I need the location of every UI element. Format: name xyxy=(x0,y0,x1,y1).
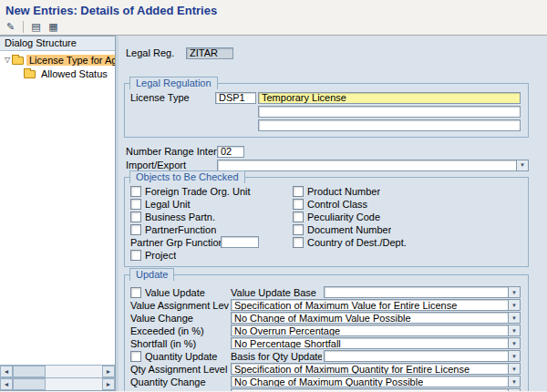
combo-exceeded-in-field[interactable]: ▼ xyxy=(231,388,521,391)
dropdown-icon[interactable]: ▼ xyxy=(508,313,520,323)
scroll-left-button[interactable]: ◄ xyxy=(0,378,13,390)
license-type-code-field[interactable]: DSP1 xyxy=(215,92,256,104)
checkbox-label: Control Class xyxy=(307,199,367,210)
combo-qty-assignment-level-field[interactable]: Specification of Maximum Quantity for En… xyxy=(231,363,521,375)
checkbox-document-number[interactable] xyxy=(293,224,304,235)
copy-entry-icon[interactable]: ▤ xyxy=(28,19,44,34)
scrollbar-thumb[interactable] xyxy=(13,378,46,390)
objects-right-cell: Peculiarity Code xyxy=(293,211,522,222)
import-export-field[interactable]: ▼ xyxy=(217,160,529,171)
dropdown-icon[interactable]: ▼ xyxy=(508,338,520,348)
license-extra-field-1[interactable] xyxy=(258,106,521,118)
license-type-text-field[interactable]: Temporary License xyxy=(258,92,521,104)
combo-value-change-field[interactable]: No Change of Maximum Value Possible▼ xyxy=(231,312,521,324)
dropdown-icon[interactable]: ▼ xyxy=(508,325,520,335)
checkbox-label: Foreign Trade Org. Unit xyxy=(145,186,251,197)
checkbox-peculiarity-code[interactable] xyxy=(293,211,304,222)
tree-item-license-type-for-agreeme[interactable]: ▽License Type for Agreeme xyxy=(0,53,115,67)
checkbox-quantity-update[interactable] xyxy=(130,351,141,362)
field-label: Value Update Base xyxy=(231,287,322,298)
import-export-label: Import/Export xyxy=(126,160,217,170)
update-row: Quantity ChangeNo Change of Maximum Quan… xyxy=(130,376,522,387)
update-row: Quantity UpdateBasis for Qty Update▼ xyxy=(130,350,522,362)
partner-grp-functions-field[interactable] xyxy=(221,236,259,248)
field-label: Partner Grp Functions xyxy=(130,237,221,248)
legal-regulation-group-title: Legal Regulation xyxy=(129,77,218,89)
tree-h-scrollbar[interactable]: ◄ ► xyxy=(0,365,115,377)
dropdown-icon[interactable]: ▼ xyxy=(508,364,520,374)
details-form: Legal Reg. ZITAR Legal Regulation Licens… xyxy=(119,36,547,391)
scroll-right-button[interactable]: ► xyxy=(102,378,115,390)
checkbox-country-of-dest-dept[interactable] xyxy=(293,237,304,248)
checkbox-foreign-trade-org-unit[interactable] xyxy=(130,186,141,197)
tree-item-label: Allowed Status xyxy=(38,68,110,79)
update-group: Update Value UpdateValue Update Base▼Val… xyxy=(124,274,529,391)
field-value: No Change of Maximum Quantity Possible xyxy=(234,377,423,387)
tree-item-allowed-status[interactable]: Allowed Status xyxy=(0,67,115,80)
number-range-field[interactable]: 02 xyxy=(217,146,244,158)
field-label: Exceeded (in %) xyxy=(130,389,229,392)
legal-reg-field[interactable]: ZITAR xyxy=(186,47,233,59)
checkbox-partnerfunction[interactable] xyxy=(130,224,141,235)
checkbox-label: Project xyxy=(145,250,176,261)
combo-shortfall-in-field[interactable]: No Percentage Shortfall▼ xyxy=(231,337,521,349)
update-row: Qty Assignment LevelSpecification of Max… xyxy=(130,363,522,375)
objects-right-cell: Country of Dest./Dept. xyxy=(293,237,522,248)
dropdown-icon[interactable]: ▼ xyxy=(508,287,520,297)
license-extra-field-2[interactable] xyxy=(258,119,521,131)
update-checkbox-cell: Quantity Update xyxy=(130,351,229,362)
folder-icon xyxy=(12,57,24,65)
license-type-label: License Type xyxy=(130,92,215,103)
panel-h-scrollbar[interactable]: ◄ ► xyxy=(0,377,115,390)
checkbox-value-update[interactable] xyxy=(130,287,141,298)
combo-exceeded-in-field[interactable]: No Overrun Percentage▼ xyxy=(231,325,521,336)
dropdown-icon[interactable]: ▼ xyxy=(508,351,520,361)
license-type-row: License Type DSP1 Temporary License xyxy=(130,91,522,104)
checkbox-business-partn[interactable] xyxy=(130,211,141,222)
checkbox-legal-unit[interactable] xyxy=(130,199,141,210)
checkbox-product-number[interactable] xyxy=(293,186,304,197)
dialog-structure-panel: Dialog Structure ▽License Type for Agree… xyxy=(0,36,116,391)
update-checkbox-cell: Value Update xyxy=(130,287,229,298)
scrollbar-thumb[interactable] xyxy=(13,366,46,377)
combo-value-assignment-level-field[interactable]: Specification of Maximum Value for Entir… xyxy=(231,299,521,311)
objects-rows: Foreign Trade Org. UnitProduct NumberLeg… xyxy=(130,185,522,261)
scroll-left-button[interactable]: ◄ xyxy=(0,366,13,377)
legal-regulation-group: Legal Regulation License Type DSP1 Tempo… xyxy=(124,83,529,138)
update-row: Exceeded (in %)▼ xyxy=(130,388,522,391)
dropdown-icon[interactable]: ▼ xyxy=(508,377,520,387)
dropdown-icon[interactable]: ▼ xyxy=(508,300,520,310)
checkbox-label: Country of Dest./Dept. xyxy=(307,237,407,248)
combo-quantity-change-field[interactable]: No Change of Maximum Quantity Possible▼ xyxy=(231,376,521,387)
field-value: No Change of Maximum Value Possible xyxy=(234,313,411,324)
field-label: Qty Assignment Level xyxy=(130,364,229,375)
combo-value-update-base-field[interactable]: ▼ xyxy=(324,286,521,298)
update-row: Exceeded (in %)No Overrun Percentage▼ xyxy=(130,325,522,336)
field-label: Exceeded (in %) xyxy=(130,325,229,336)
objects-row: PartnerFunctionDocument Number xyxy=(130,223,522,235)
checkbox-project[interactable] xyxy=(130,250,141,261)
checkbox-control-class[interactable] xyxy=(293,199,304,210)
list-view-icon[interactable]: ▦ xyxy=(46,19,61,34)
scroll-right-button[interactable]: ► xyxy=(102,366,115,377)
objects-row: Foreign Trade Org. UnitProduct Number xyxy=(130,185,522,197)
expander-icon[interactable]: ▽ xyxy=(3,56,12,64)
objects-row: Partner Grp FunctionsCountry of Dest./De… xyxy=(130,236,522,248)
scrollbar-track[interactable] xyxy=(13,378,102,390)
details-icon[interactable]: ✎ xyxy=(3,19,18,34)
content-area: Dialog Structure ▽License Type for Agree… xyxy=(0,36,547,391)
field-label: Value Change xyxy=(130,313,229,324)
objects-row: Legal UnitControl Class xyxy=(130,198,522,210)
update-row: Value Assignment LevelSpecification of M… xyxy=(130,299,522,311)
checkbox-label: PartnerFunction xyxy=(145,224,216,235)
dropdown-icon[interactable]: ▼ xyxy=(508,389,520,391)
dropdown-icon[interactable]: ▼ xyxy=(516,160,528,170)
field-label: Value Assignment Level xyxy=(130,300,229,311)
combo-basis-for-qty-update-field[interactable]: ▼ xyxy=(324,350,521,362)
objects-group-title: Objects to Be Checked xyxy=(129,170,245,183)
legal-reg-label: Legal Reg. xyxy=(126,47,186,58)
dialog-structure-tree: ▽License Type for AgreemeAllowed Status xyxy=(0,51,115,365)
scrollbar-track[interactable] xyxy=(13,366,102,377)
field-label: Shortfall (in %) xyxy=(130,338,229,349)
license-extra-row xyxy=(130,105,522,118)
